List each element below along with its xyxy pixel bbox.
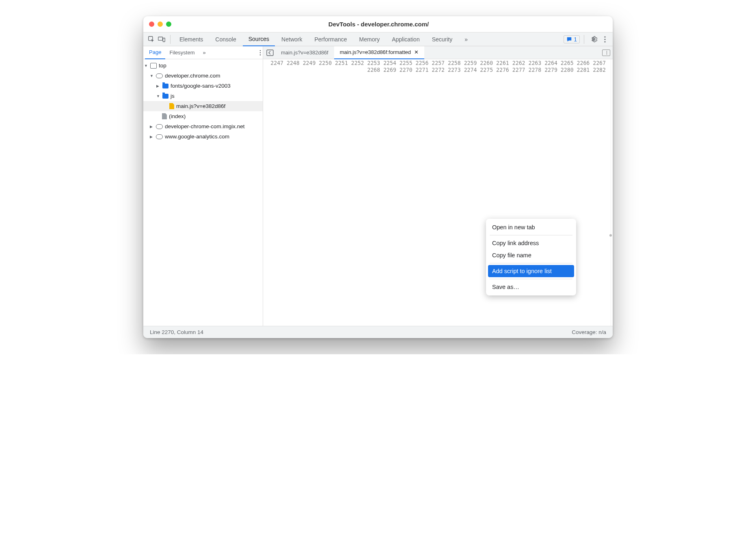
tab-memory[interactable]: Memory [354, 32, 386, 46]
devtools-window: DevTools - developer.chrome.com/ Element… [143, 16, 613, 338]
svg-rect-1 [158, 37, 163, 40]
navigator-sidebar: Page Filesystem » top developer.chrome.c… [143, 46, 263, 326]
close-window-button[interactable] [149, 22, 154, 27]
editor-pane: main.js?v=e382d86f main.js?v=e382d86f:fo… [263, 46, 613, 326]
tab-elements[interactable]: Elements [174, 32, 209, 46]
zoom-window-button[interactable] [166, 22, 171, 27]
tree-file-main[interactable]: main.js?v=e382d86f [143, 101, 263, 111]
message-icon [566, 37, 572, 42]
folder-icon [162, 94, 168, 99]
svg-point-4 [604, 36, 605, 37]
svg-point-3 [593, 38, 594, 40]
file-icon [162, 113, 167, 119]
tree-file-index[interactable]: (index) [143, 111, 263, 121]
toggle-debugger-panel-icon[interactable] [602, 50, 610, 56]
tree-folder-js[interactable]: js [143, 91, 263, 101]
coverage-status: Coverage: n/a [572, 329, 606, 335]
message-count: 1 [574, 36, 577, 43]
context-menu: Open in new tab Copy link address Copy f… [486, 219, 576, 295]
svg-point-9 [260, 54, 261, 55]
editor-tabs: main.js?v=e382d86f main.js?v=e382d86f:fo… [263, 46, 613, 59]
titlebar: DevTools - developer.chrome.com/ [143, 16, 613, 32]
editor-nav-back-icon[interactable] [265, 47, 275, 58]
tab-application[interactable]: Application [386, 32, 426, 46]
file-tree[interactable]: top developer.chrome.com fonts/google-sa… [143, 59, 263, 142]
svg-point-8 [260, 52, 261, 53]
tree-folder-fonts[interactable]: fonts/google-sans-v2003 [143, 81, 263, 91]
window-title: DevTools - developer.chrome.com/ [171, 21, 586, 28]
code-content: </button> <input type="text" class="sear… [611, 59, 613, 326]
navigator-tab-filesystem[interactable]: Filesystem [165, 46, 199, 59]
status-bar: Line 2270, Column 14 Coverage: n/a [143, 326, 613, 338]
tree-domain[interactable]: developer.chrome.com [143, 71, 263, 81]
cloud-icon [156, 134, 163, 139]
tree-top[interactable]: top [143, 60, 263, 71]
ctx-open-new-tab[interactable]: Open in new tab [488, 221, 574, 233]
svg-point-5 [604, 39, 605, 40]
device-toolbar-icon[interactable] [156, 34, 167, 45]
folder-icon [162, 84, 168, 88]
ctx-copy-filename[interactable]: Copy file name [488, 249, 574, 261]
minimize-window-button[interactable] [158, 22, 163, 27]
frame-icon [150, 63, 157, 69]
navigator-tab-overflow[interactable]: » [199, 46, 210, 59]
inspect-element-icon[interactable] [146, 34, 156, 45]
tab-overflow[interactable]: » [459, 32, 473, 46]
navigator-tabs: Page Filesystem » [143, 46, 263, 59]
panel-tabs: Elements Console Sources Network Perform… [174, 32, 473, 46]
editor-tab-formatted[interactable]: main.js?v=e382d86f:formatted✕ [334, 46, 424, 59]
tab-network[interactable]: Network [276, 32, 308, 46]
svg-point-7 [260, 50, 261, 51]
svg-rect-10 [267, 50, 273, 56]
navigator-more-icon[interactable] [259, 50, 261, 56]
tab-sources[interactable]: Sources [243, 32, 275, 46]
js-file-icon [169, 103, 174, 109]
tree-domain-ga[interactable]: www.google-analytics.com [143, 131, 263, 142]
close-tab-icon[interactable]: ✕ [414, 49, 419, 55]
cursor-position: Line 2270, Column 14 [150, 329, 203, 335]
window-controls [149, 22, 171, 27]
ctx-copy-link[interactable]: Copy link address [488, 237, 574, 249]
tab-console[interactable]: Console [210, 32, 242, 46]
settings-icon[interactable] [588, 34, 599, 45]
more-menu-icon[interactable] [600, 34, 610, 45]
tab-performance[interactable]: Performance [309, 32, 352, 46]
cloud-icon [156, 73, 163, 78]
ctx-add-ignore-list[interactable]: Add script to ignore list [488, 265, 574, 277]
navigator-tab-page[interactable]: Page [145, 46, 165, 59]
ctx-save-as[interactable]: Save as… [488, 281, 574, 293]
main-toolbar: Elements Console Sources Network Perform… [143, 32, 613, 46]
tab-security[interactable]: Security [426, 32, 458, 46]
svg-rect-2 [163, 38, 165, 41]
tree-domain-imgix[interactable]: developer-chrome-com.imgix.net [143, 121, 263, 131]
scrollbar-thumb[interactable] [609, 234, 612, 237]
console-messages-badge[interactable]: 1 [564, 35, 580, 43]
content-area: Page Filesystem » top developer.chrome.c… [143, 46, 613, 326]
svg-point-6 [604, 41, 605, 42]
cloud-icon [156, 124, 163, 129]
editor-tab-main[interactable]: main.js?v=e382d86f [275, 46, 334, 59]
